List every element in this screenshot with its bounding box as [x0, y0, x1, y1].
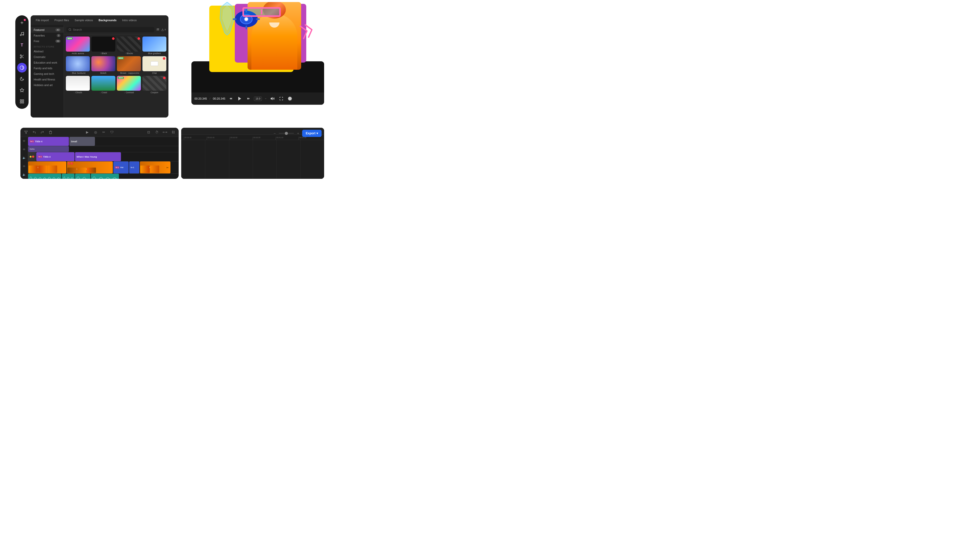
zoom-in-button[interactable]: +: [296, 131, 301, 136]
cut-tool-button[interactable]: [17, 52, 27, 61]
tab-backgrounds[interactable]: Backgrounds: [96, 17, 119, 23]
grid-item-bokeh[interactable]: [91, 56, 115, 71]
grid-item-clouds[interactable]: [66, 76, 90, 91]
ruler-mark-5: 00:01:00: [275, 137, 299, 140]
clip-audio-wave-4[interactable]: [91, 174, 119, 179]
grid-item-brown[interactable]: NEW: [117, 56, 141, 71]
glasses-decoration: [242, 7, 281, 17]
timeline-crop-button[interactable]: ⊡: [145, 129, 151, 136]
track-eye-1[interactable]: 👁: [21, 137, 28, 145]
clip-smail[interactable]: Smail: [69, 137, 95, 146]
sticker-tool-button[interactable]: [17, 85, 27, 95]
track-audio-2[interactable]: 🔈: [21, 171, 28, 179]
export-button[interactable]: Export ▾: [302, 130, 321, 137]
category-hobbies[interactable]: Hobbies and art: [30, 82, 64, 88]
svg-marker-23: [271, 97, 272, 100]
clip-audio-wave-3[interactable]: [75, 174, 90, 179]
color-tool-button[interactable]: [17, 63, 27, 73]
clip-hello[interactable]: Hello: [28, 146, 69, 152]
timeline-chain-button[interactable]: ⛓: [170, 129, 176, 136]
grid-item-chat[interactable]: [142, 56, 166, 71]
track-eye-2[interactable]: 👁: [21, 145, 28, 154]
volume-button[interactable]: [269, 96, 275, 102]
zoom-slider[interactable]: [279, 133, 294, 134]
clip-audio-wave-1[interactable]: [28, 174, 61, 179]
clip-fx-1[interactable]: fx·1: [129, 161, 139, 174]
grid-cell-contrast: NEW ↓Contrast: [117, 76, 141, 94]
grid-cell-chat: Chat: [142, 56, 166, 74]
category-favorites[interactable]: Favorites 3: [30, 33, 64, 38]
tab-file-import[interactable]: File import: [33, 17, 51, 23]
timeline-lock-button[interactable]: 🛡: [109, 129, 115, 136]
add-tool-button[interactable]: [17, 18, 27, 27]
category-free[interactable]: Free 39: [30, 38, 64, 44]
clip-vid-1[interactable]: fx·1 Vid: [113, 161, 129, 174]
zoom-controls: − + Export ▾: [272, 130, 321, 137]
fullscreen-button[interactable]: [278, 96, 284, 102]
filter-tool-button[interactable]: [17, 74, 27, 84]
track-controls: 👁 👁 🔈 👁 🔈: [21, 137, 28, 179]
tracks-area: fx·1 Tittle 4 Smail Hello 🌟🔴 fx·: [28, 137, 179, 179]
category-abstract[interactable]: Abstract: [30, 48, 64, 54]
grid-item-blocks[interactable]: [117, 37, 141, 52]
track-audio-wave: [28, 174, 179, 179]
play-button[interactable]: [237, 96, 243, 102]
item-label-chat: Chat: [142, 72, 166, 74]
timeline-delete-button[interactable]: [48, 129, 54, 136]
category-featured[interactable]: Featured 40: [30, 27, 64, 33]
grid-item-coupon[interactable]: [142, 76, 166, 91]
grid-tool-button[interactable]: [17, 97, 27, 106]
grid-item-blue-gradient[interactable]: [142, 37, 166, 52]
timeline-play-button[interactable]: ▶: [84, 129, 90, 136]
timeline-stop-button[interactable]: ◎: [92, 129, 99, 136]
forward-button[interactable]: [245, 96, 251, 102]
settings-button[interactable]: [287, 96, 293, 102]
svg-marker-22: [239, 97, 241, 100]
download-button[interactable]: 8: [161, 28, 166, 31]
tab-intro-videos[interactable]: Intro videos: [120, 17, 139, 23]
track-audio-1[interactable]: 🔈: [21, 154, 28, 162]
text-tool-button[interactable]: T: [17, 40, 27, 50]
total-time-display: 00:20.345: [213, 97, 225, 100]
category-family[interactable]: Family and kids: [30, 65, 64, 71]
search-input-wrapper[interactable]: [66, 27, 154, 32]
music-tool-button[interactable]: [17, 29, 27, 39]
clip-audio-wave-2[interactable]: [62, 174, 75, 179]
clip-video-mov-2[interactable]: fx·1 Video.mov ✂: [140, 161, 170, 174]
svg-line-7: [22, 57, 24, 58]
grid-item-contrast[interactable]: NEW: [117, 76, 141, 91]
clip-tittle4[interactable]: fx·1 Tittle 4: [28, 137, 69, 146]
category-gaming[interactable]: Gaming and tech: [30, 71, 64, 77]
grid-item-arctic-aurora[interactable]: NEW: [66, 37, 90, 52]
track-title-1: fx·1 Tittle 4 Smail: [28, 137, 179, 146]
timeline-connect-button[interactable]: ⟷: [162, 129, 168, 136]
clip-tittle4-2[interactable]: fx·1 Tittle 4: [36, 152, 75, 161]
timeline-toolbar: ▶ ◎ ✂ 🛡 ⊡ ⏱ ⟷ ⛓: [21, 128, 179, 137]
clip-video-mov-1[interactable]: fx·1 Video.mov: [28, 161, 66, 174]
grid-cell-blue-sunburst: ↓Blue Sunburst: [66, 56, 90, 74]
red-badge: [163, 57, 165, 60]
grid-item-coast[interactable]: [91, 76, 115, 91]
category-health[interactable]: Health and fitness: [30, 77, 64, 82]
tab-sample-videos[interactable]: Sample videos: [72, 17, 95, 23]
track-eye-3[interactable]: 👁: [21, 162, 28, 171]
grid-item-blue-sunburst[interactable]: [66, 56, 90, 71]
zoom-out-button[interactable]: −: [272, 131, 277, 136]
timeline-cut-button[interactable]: ✂: [100, 129, 107, 136]
new-badge: NEW: [67, 37, 73, 40]
category-cinematic[interactable]: Cinematic: [30, 54, 64, 60]
timeline-undo-button[interactable]: [31, 129, 37, 136]
aspect-ratio-button[interactable]: 16:9: [254, 97, 262, 101]
ratio-dropdown-icon[interactable]: [264, 97, 267, 100]
grid-item-black[interactable]: [91, 37, 115, 52]
rewind-button[interactable]: [228, 96, 234, 102]
timeline-redo-button[interactable]: [39, 129, 45, 136]
timeline-filter-button[interactable]: [23, 129, 29, 136]
tab-project-files[interactable]: Project files: [52, 17, 72, 23]
clip-video-15666[interactable]: 🔴🔴 fx·1 Video_15666.mov: [67, 161, 113, 174]
sort-button[interactable]: [156, 27, 159, 32]
category-education[interactable]: Education and work: [30, 60, 64, 65]
clip-when-i-was-young[interactable]: When I Was Young: [75, 152, 121, 161]
search-input[interactable]: [73, 28, 152, 31]
timeline-timer-button[interactable]: ⏱: [154, 129, 160, 136]
